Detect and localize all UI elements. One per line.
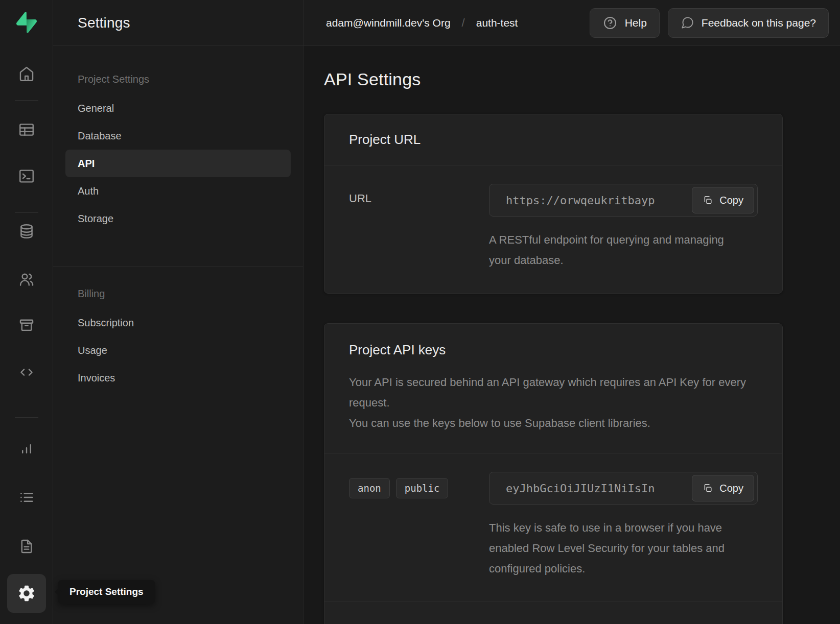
settings-sidenav: Settings Project Settings General Databa… [53,0,304,624]
supabase-bolt-icon [16,12,37,33]
code-brackets-icon [18,364,35,381]
rail-edge-functions-button[interactable] [15,361,38,383]
sidenav-item-auth[interactable]: Auth [65,177,291,205]
list-icon [18,489,35,506]
rail-home-button[interactable] [15,63,38,85]
help-button-label: Help [625,17,647,29]
home-icon [18,65,35,83]
icon-rail [0,0,53,624]
api-keys-card-title: Project API keys [349,342,758,358]
copy-icon [703,483,713,494]
rail-divider [15,212,38,213]
api-keys-description-line2: You can use the keys below to use Supaba… [349,413,758,434]
breadcrumb: adam@windmill.dev's Org / auth-test [326,16,518,30]
sidenav-item-database[interactable]: Database [65,122,291,150]
rail-database-button[interactable] [15,220,38,243]
section-label-billing: Billing [53,270,303,309]
sidenav-item-invoices[interactable]: Invoices [65,364,291,392]
project-url-row: URL https://orwqeukritbayp Copy [324,165,782,293]
help-button[interactable]: Help [590,8,660,38]
project-url-card-header: Project URL [324,114,782,165]
billing-nav-list: Subscription Usage Invoices [53,309,303,392]
sidenav-body: Project Settings General Database API Au… [53,46,303,392]
sidenav-item-api[interactable]: API [65,150,291,177]
speech-bubble-icon [681,16,694,30]
rail-authentication-button[interactable] [15,268,38,291]
anon-badge: anon [349,478,390,498]
rail-reports-button[interactable] [15,438,38,460]
header-actions: Help Feedback on this page? [590,8,829,38]
api-settings-page: API Settings Project URL URL https://orw… [304,46,840,624]
project-settings-nav-list: General Database API Auth Storage [53,94,303,232]
anon-key-field-group: eyJhbGciOiJIUzI1NiIsIn Copy This key is … [489,472,758,579]
rail-sql-editor-button[interactable] [15,165,38,187]
copy-anon-key-label: Copy [719,483,743,494]
project-url-value: https://orwqeukritbayp [506,194,655,207]
breadcrumb-project[interactable]: auth-test [476,17,518,29]
sidenav-divider [53,266,303,267]
rail-project-settings-button[interactable] [7,574,46,613]
database-icon [18,223,35,240]
app-window: Project Settings Settings Project Settin… [0,0,840,624]
breadcrumb-org[interactable]: adam@windmill.dev's Org [326,17,451,29]
next-key-row-cutoff [324,602,782,624]
rail-table-editor-button[interactable] [15,118,38,141]
url-label: URL [349,184,489,271]
project-api-keys-card: Project API keys Your API is secured beh… [324,323,783,624]
url-description: A RESTful endpoint for querying and mana… [489,230,734,271]
badge-group: anon public [349,472,489,498]
main-header: adam@windmill.dev's Org / auth-test Help [304,0,840,46]
copy-anon-key-button[interactable]: Copy [692,475,754,501]
anon-key-row: anon public eyJhbGciOiJIUzI1NiIsIn [324,453,782,602]
rail-storage-button[interactable] [15,314,38,337]
project-url-card: Project URL URL https://orwqeukritbayp [324,114,783,294]
gear-icon [17,584,36,603]
api-keys-card-header: Project API keys Your API is secured beh… [324,324,782,453]
anon-key-description: This key is safe to use in a browser if … [489,518,758,579]
sidenav-title: Settings [78,15,130,31]
rail-docs-button[interactable] [15,535,38,558]
copy-url-button[interactable]: Copy [692,187,754,213]
copy-icon [703,195,713,206]
rail-divider [15,100,38,101]
main-area: adam@windmill.dev's Org / auth-test Help [304,0,840,624]
terminal-icon [18,167,35,185]
api-keys-description-line1: Your API is secured behind an API gatewa… [349,372,758,413]
table-icon [18,121,35,138]
sidenav-item-subscription[interactable]: Subscription [65,309,291,337]
copy-url-label: Copy [719,195,743,206]
page-title: API Settings [324,69,840,89]
url-field-group: https://orwqeukritbayp Copy A RESTful en… [489,184,758,271]
sidenav-item-usage[interactable]: Usage [65,337,291,364]
supabase-logo[interactable] [14,10,39,35]
users-icon [18,271,35,288]
public-badge: public [396,478,449,498]
feedback-button[interactable]: Feedback on this page? [668,8,829,38]
project-url-input[interactable]: https://orwqeukritbayp Copy [489,184,758,217]
section-label-project-settings: Project Settings [53,55,303,94]
sidenav-item-general[interactable]: General [65,94,291,122]
project-settings-tooltip: Project Settings [58,580,155,604]
project-url-card-title: Project URL [349,132,758,148]
anon-key-badges: anon public [349,472,489,579]
bar-chart-icon [18,440,35,458]
sidenav-item-storage[interactable]: Storage [65,205,291,232]
sidenav-header: Settings [53,0,303,46]
breadcrumb-separator: / [462,16,465,30]
rail-logs-button[interactable] [15,486,38,509]
feedback-button-label: Feedback on this page? [702,17,816,29]
archive-box-icon [18,317,35,334]
anon-key-input[interactable]: eyJhbGciOiJIUzI1NiIsIn Copy [489,472,758,505]
anon-key-value: eyJhbGciOiJIUzI1NiIsIn [506,482,655,495]
rail-divider [15,417,38,418]
help-circle-icon [602,15,618,31]
file-text-icon [18,538,35,555]
